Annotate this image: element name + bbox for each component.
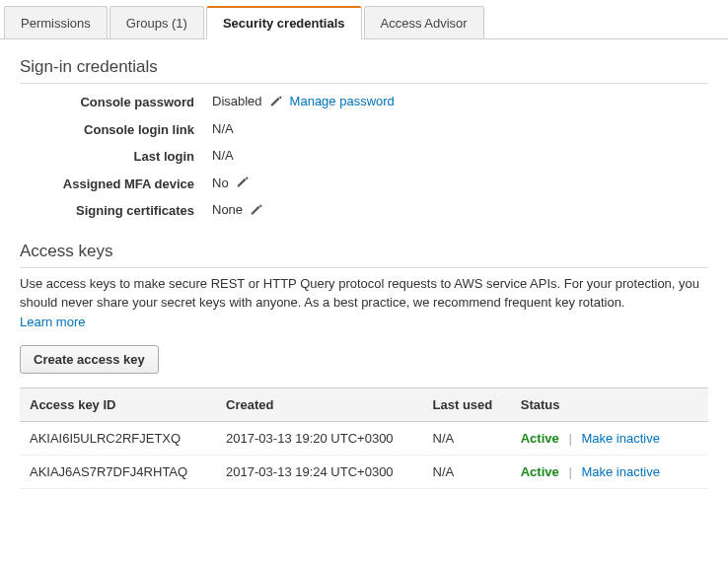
tab-groups[interactable]: Groups (1) xyxy=(109,6,204,38)
manage-password-link[interactable]: Manage password xyxy=(290,94,395,108)
console-login-link-label: Console login link xyxy=(20,121,212,139)
pencil-icon[interactable] xyxy=(237,176,249,188)
tabs-row: Permissions Groups (1) Security credenti… xyxy=(0,0,728,39)
console-password-label: Console password xyxy=(20,94,212,111)
col-created[interactable]: Created xyxy=(216,387,422,421)
create-access-key-button[interactable]: Create access key xyxy=(20,345,159,374)
pencil-icon[interactable] xyxy=(270,96,282,107)
separator: | xyxy=(568,431,571,446)
access-key-created: 2017-03-13 19:24 UTC+0300 xyxy=(216,455,422,488)
tab-access-advisor[interactable]: Access Advisor xyxy=(364,6,484,38)
tab-permissions[interactable]: Permissions xyxy=(4,6,108,38)
learn-more-link[interactable]: Learn more xyxy=(20,315,85,329)
assigned-mfa-label: Assigned MFA device xyxy=(20,176,212,193)
col-status[interactable]: Status xyxy=(511,387,687,421)
make-inactive-link[interactable]: Make inactive xyxy=(581,464,659,479)
access-keys-title: Access keys xyxy=(20,242,708,268)
signing-certs-value: None xyxy=(212,202,243,217)
access-key-last-used: N/A xyxy=(423,421,511,455)
col-last-used[interactable]: Last used xyxy=(423,387,511,421)
signin-credentials-table: Console password Disabled Manage passwor… xyxy=(20,94,708,220)
col-access-key-id[interactable]: Access key ID xyxy=(20,387,216,421)
col-actions-spacer xyxy=(687,387,708,421)
assigned-mfa-value: No xyxy=(212,176,229,190)
console-password-value: Disabled xyxy=(212,94,262,108)
last-login-value: N/A xyxy=(212,148,234,163)
access-key-created: 2017-03-13 19:20 UTC+0300 xyxy=(216,421,422,455)
table-row: AKIAJ6AS7R7DFJ4RHTAQ 2017-03-13 19:24 UT… xyxy=(20,455,708,488)
access-keys-description: Use access keys to make secure REST or H… xyxy=(20,274,708,313)
pencil-icon[interactable] xyxy=(251,204,262,216)
last-login-label: Last login xyxy=(20,148,212,166)
separator: | xyxy=(568,464,571,479)
status-badge: Active xyxy=(521,431,559,446)
access-key-id: AKIAI6I5ULRC2RFJETXQ xyxy=(20,421,216,455)
tab-security-credentials[interactable]: Security credentials xyxy=(206,6,362,39)
make-inactive-link[interactable]: Make inactive xyxy=(581,431,659,446)
table-row: AKIAI6I5ULRC2RFJETXQ 2017-03-13 19:20 UT… xyxy=(20,421,708,455)
signin-credentials-title: Sign-in credentials xyxy=(20,57,708,84)
access-key-last-used: N/A xyxy=(423,455,511,488)
console-login-link-value: N/A xyxy=(212,121,234,136)
signing-certs-label: Signing certificates xyxy=(20,202,212,220)
status-badge: Active xyxy=(521,464,559,479)
access-key-id: AKIAJ6AS7R7DFJ4RHTAQ xyxy=(20,455,216,488)
access-keys-table: Access key ID Created Last used Status A… xyxy=(20,387,708,489)
